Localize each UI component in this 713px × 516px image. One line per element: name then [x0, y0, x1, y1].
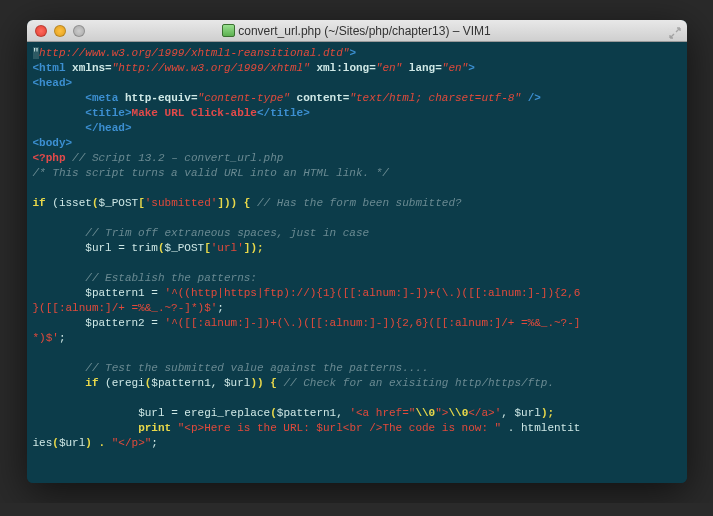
code-text: (: [270, 407, 277, 419]
code-text: "http://www.w3.org/1999/xhtml": [112, 62, 310, 74]
code-text: 'submitted': [145, 197, 218, 209]
code-text: <head>: [33, 77, 73, 89]
code-text: \\0: [448, 407, 468, 419]
code-text: $url: [59, 437, 85, 449]
code-text: http-equiv=: [118, 92, 197, 104]
code-text: (: [158, 242, 165, 254]
code-text: [: [204, 242, 211, 254]
code-text: (: [52, 437, 59, 449]
code-text: [33, 107, 86, 119]
code-text: >: [468, 62, 475, 74]
code-text: if: [85, 377, 98, 389]
document-icon: [222, 24, 235, 37]
code-text: [33, 92, 86, 104]
code-text: =: [145, 317, 165, 329]
code-text: >: [349, 47, 356, 59]
code-text: ])) {: [217, 197, 250, 209]
code-text: [33, 407, 139, 419]
close-icon[interactable]: [35, 25, 47, 37]
code-text: lang=: [402, 62, 442, 74]
minimize-icon[interactable]: [54, 25, 66, 37]
code-text: <meta: [85, 92, 118, 104]
code-text: (: [46, 197, 59, 209]
code-text: [33, 287, 86, 299]
code-text: [33, 122, 86, 134]
code-text: ) .: [85, 437, 111, 449]
code-text: htmlentit: [521, 422, 580, 434]
code-text: '<a href=": [349, 407, 415, 419]
code-text: // Test the submitted value against the …: [33, 362, 429, 374]
code-text: ies: [33, 437, 53, 449]
code-text: // Trim off extraneous spaces, just in c…: [33, 227, 370, 239]
code-text: $pattern1: [151, 377, 210, 389]
code-text: <title>: [85, 107, 131, 119]
code-text: xmlns=: [66, 62, 112, 74]
title-text: convert_url.php (~/Sites/php/chapter13) …: [238, 24, 490, 38]
code-text: =: [112, 242, 132, 254]
code-text: print: [138, 422, 171, 434]
code-text: [33, 242, 86, 254]
code-text: "en": [442, 62, 468, 74]
code-text: "</p>": [112, 437, 152, 449]
code-text: // Script 13.2 – convert_url.php: [66, 152, 284, 164]
code-text: // Establish the patterns:: [33, 272, 257, 284]
code-text: =: [145, 287, 165, 299]
code-text: $_POST: [99, 197, 139, 209]
code-text: ">: [435, 407, 448, 419]
code-text: $url: [85, 242, 111, 254]
code-text: [33, 317, 86, 329]
code-text: "content-type": [198, 92, 290, 104]
code-text: $url: [514, 407, 540, 419]
code-text: $pattern1: [277, 407, 336, 419]
code-text: =: [165, 407, 185, 419]
code-text: <body>: [33, 137, 73, 149]
code-text: $_POST: [165, 242, 205, 254]
window-title: convert_url.php (~/Sites/php/chapter13) …: [27, 24, 687, 38]
code-text: [33, 422, 139, 434]
code-text: if: [33, 197, 46, 209]
code-text: (: [92, 197, 99, 209]
code-text: (: [99, 377, 112, 389]
code-text: '^((http|https|ftp)://){1}([[:alnum:]-])…: [165, 287, 581, 299]
code-text: ,: [501, 407, 514, 419]
code-text: $pattern2: [85, 317, 144, 329]
code-text: ,: [336, 407, 349, 419]
code-text: $url: [138, 407, 164, 419]
code-text: Make URL Click-able: [132, 107, 257, 119]
code-text: [171, 422, 178, 434]
code-text: http://www.w3.org/1999/xhtml1-reansition…: [39, 47, 349, 59]
code-text: // Has the form been submitted?: [250, 197, 461, 209]
window: convert_url.php (~/Sites/php/chapter13) …: [27, 20, 687, 483]
code-text: ]);: [244, 242, 264, 254]
code-text: "<p>Here is the URL: $url<br />The code …: [178, 422, 501, 434]
code-text: xml:long=: [310, 62, 376, 74]
code-text: ;: [151, 437, 158, 449]
code-text: \\0: [415, 407, 435, 419]
code-text: ,: [211, 377, 224, 389]
code-text: *)$': [33, 332, 59, 344]
code-text: );: [541, 407, 554, 419]
code-text: // Check for an exisiting http/https/ftp…: [277, 377, 554, 389]
code-text: .: [501, 422, 521, 434]
zoom-icon[interactable]: [73, 25, 85, 37]
code-text: $pattern1: [85, 287, 144, 299]
code-text: ;: [59, 332, 66, 344]
code-text: "en": [376, 62, 402, 74]
code-text: 'url': [211, 242, 244, 254]
editor-area[interactable]: "http://www.w3.org/1999/xhtml1-reansitio…: [27, 42, 687, 483]
code-text: [33, 377, 86, 389]
code-text: ;: [217, 302, 224, 314]
code-text: }([[:alnum:]/+ =%&_.~?-]*)$': [33, 302, 218, 314]
code-text: </head>: [85, 122, 131, 134]
code-text: )) {: [250, 377, 276, 389]
code-text: />: [521, 92, 541, 104]
titlebar[interactable]: convert_url.php (~/Sites/php/chapter13) …: [27, 20, 687, 42]
code-text: <html: [33, 62, 66, 74]
code-text: '^([[:alnum:]-])+(\.)([[:alnum:]-]){2,6}…: [165, 317, 581, 329]
traffic-lights: [35, 25, 85, 37]
code-text: "text/html; charset=utf-8": [349, 92, 521, 104]
code-text: </a>': [468, 407, 501, 419]
code-text: eregi: [112, 377, 145, 389]
maximize-icon[interactable]: [669, 25, 681, 37]
code-text: eregi_replace: [184, 407, 270, 419]
